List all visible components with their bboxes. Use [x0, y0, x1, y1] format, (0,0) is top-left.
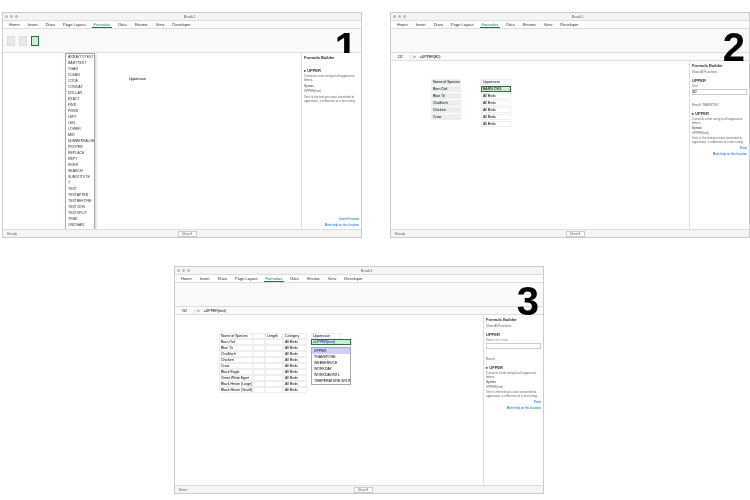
fb-text-input[interactable] — [486, 343, 541, 349]
fb-more-help[interactable]: More help on this function — [486, 406, 541, 410]
formula-input[interactable]: =UPPER(B2) — [418, 55, 749, 59]
tab-insert[interactable]: Insert — [26, 22, 40, 27]
tab-formulas[interactable]: Formulas — [480, 22, 501, 28]
fb-func-name: UPPER — [692, 78, 747, 83]
cell-d7[interactable]: Uppercase — [129, 77, 146, 81]
fb-title: Formula Builder — [486, 317, 541, 322]
fb-insert-button[interactable]: Insert Function — [304, 217, 359, 221]
spreadsheet-grid[interactable]: Name of Species Barn Owl Blue Tit Chaffi… — [391, 61, 689, 229]
fb-done-button[interactable]: Done — [692, 146, 747, 150]
formula-builder-panel: Formula Builder ▸ UPPER Converts a text … — [301, 53, 361, 229]
fb-syntax: UPPER(text) — [304, 89, 359, 93]
cell-b6[interactable]: Crow — [431, 114, 461, 120]
tab-home[interactable]: Home — [7, 22, 22, 27]
fx-icon[interactable]: fx — [411, 55, 418, 59]
cell-d2[interactable]: BARN OWL — [481, 86, 511, 92]
sheet-tab[interactable]: Sheet1 — [566, 231, 585, 237]
spreadsheet-grid[interactable]: ARRAYTOTEXT BAHTTEXT CHAR CLEAN CODE CON… — [3, 53, 301, 229]
cell-d4[interactable]: All Birds — [481, 100, 511, 106]
formula-builder-panel: Formula Builder Show All Functions UPPER… — [689, 61, 749, 229]
text-functions-button[interactable] — [31, 36, 39, 46]
tab-draw[interactable]: Draw — [44, 22, 57, 27]
tab-page-layout[interactable]: Page Layout — [449, 22, 475, 27]
window-title: Book1 — [408, 14, 747, 19]
cell-b1[interactable]: Name of Species — [431, 79, 461, 85]
insert-function-button[interactable] — [7, 36, 15, 46]
excel-window-1: 1 Book1 Home Insert Draw Page Layout For… — [2, 12, 362, 238]
fb-arg-desc: Text: is the text you want converted to … — [304, 95, 359, 103]
tab-insert[interactable]: Insert — [198, 276, 212, 281]
fb-text-input[interactable] — [692, 89, 747, 95]
excel-window-2: 2 Book1 Home Insert Draw Page Layout For… — [390, 12, 750, 238]
cell-d6[interactable]: All Birds — [481, 114, 511, 120]
tab-view[interactable]: View — [154, 22, 167, 27]
cell-b5[interactable]: Chicken — [431, 107, 461, 113]
tab-developer[interactable]: Developer — [170, 22, 192, 27]
tab-review[interactable]: Review — [133, 22, 150, 27]
titlebar: Book1 — [3, 13, 361, 21]
tab-developer[interactable]: Developer — [342, 276, 364, 281]
fb-text-label: Text — [692, 84, 747, 88]
fx-icon[interactable]: fx — [195, 309, 202, 313]
tab-data[interactable]: Data — [504, 22, 516, 27]
cell-d7[interactable]: All Birds — [481, 121, 511, 127]
sheet-tab[interactable]: Sheet1 — [354, 487, 373, 493]
tab-draw[interactable]: Draw — [432, 22, 445, 27]
cell-d5[interactable]: All Birds — [481, 107, 511, 113]
name-box[interactable]: D2 — [391, 55, 411, 59]
text-functions-dropdown: ARRAYTOTEXT BAHTTEXT CHAR CLEAN CODE CON… — [65, 53, 95, 229]
name-box[interactable]: G2 — [175, 309, 195, 313]
cell-g2[interactable]: =UPPER(text) — [311, 339, 351, 345]
cell-d1[interactable]: Uppercase — [481, 79, 511, 85]
fb-done-button[interactable]: Done — [486, 400, 541, 404]
tab-formulas[interactable]: Formulas — [264, 276, 285, 282]
formula-autocomplete: UPPER TRANSPOSE WEBSERVICE WORKDAY WORKD… — [311, 347, 351, 385]
mode-indicator: Enter — [179, 488, 187, 492]
fb-title: Formula Builder — [304, 55, 359, 60]
fb-more-help[interactable]: More help on this function — [692, 152, 747, 156]
cell-b4[interactable]: Chaffinch — [431, 100, 461, 106]
tab-page-layout[interactable]: Page Layout — [233, 276, 259, 281]
tab-data[interactable]: Data — [116, 22, 128, 27]
ribbon-tabs: Home Insert Draw Page Layout Formulas Da… — [391, 21, 749, 29]
fb-result: "BARNOWL" — [702, 103, 719, 107]
fb-title: Formula Builder — [692, 63, 747, 68]
titlebar: Book1 — [175, 267, 543, 275]
cell-b2[interactable]: Barn Owl — [431, 86, 461, 92]
mode-indicator: Ready — [395, 232, 405, 236]
tab-insert[interactable]: Insert — [414, 22, 428, 27]
tab-home[interactable]: Home — [179, 276, 194, 281]
formula-builder-panel: Formula Builder Show All Functions UPPER… — [483, 315, 543, 485]
tab-formulas[interactable]: Formulas — [92, 22, 113, 28]
fb-show-all[interactable]: Show All Functions — [486, 324, 541, 328]
formula-bar: G2 fx =UPPER(text) — [175, 307, 543, 315]
ac-temperature-split[interactable]: TEMPERATURE.SPLIT — [312, 378, 350, 384]
tab-page-layout[interactable]: Page Layout — [61, 22, 87, 27]
formula-input[interactable]: =UPPER(text) — [202, 309, 543, 313]
tab-view[interactable]: View — [326, 276, 339, 281]
ribbon — [175, 283, 543, 307]
statusbar: Ready Sheet1 — [391, 229, 749, 237]
tab-review[interactable]: Review — [521, 22, 538, 27]
fb-desc: Converts a text string to all uppercase … — [304, 74, 359, 82]
statusbar: Ready Sheet1 — [3, 229, 361, 237]
tab-developer[interactable]: Developer — [558, 22, 580, 27]
dd-unicode[interactable]: UNICODE — [66, 228, 94, 229]
fb-show-all[interactable]: Show All Functions — [692, 70, 747, 74]
tab-home[interactable]: Home — [395, 22, 410, 27]
tab-view[interactable]: View — [542, 22, 555, 27]
titlebar: Book1 — [391, 13, 749, 21]
statusbar: Enter Sheet1 — [175, 485, 543, 493]
tab-draw[interactable]: Draw — [216, 276, 229, 281]
tab-data[interactable]: Data — [288, 276, 300, 281]
cell-d3[interactable]: All Birds — [481, 93, 511, 99]
window-title: Book1 — [20, 14, 359, 19]
cell-b3[interactable]: Blue Tit — [431, 93, 461, 99]
sheet-tab[interactable]: Sheet1 — [178, 231, 197, 237]
ribbon — [3, 29, 361, 53]
fb-more-help[interactable]: More help on this function — [304, 223, 359, 227]
tab-review[interactable]: Review — [305, 276, 322, 281]
spreadsheet-grid[interactable]: Name of Species Length Category Barn Owl… — [175, 315, 483, 485]
autosum-button[interactable] — [19, 36, 27, 46]
excel-window-3: 3 Book1 Home Insert Draw Page Layout For… — [174, 266, 544, 494]
